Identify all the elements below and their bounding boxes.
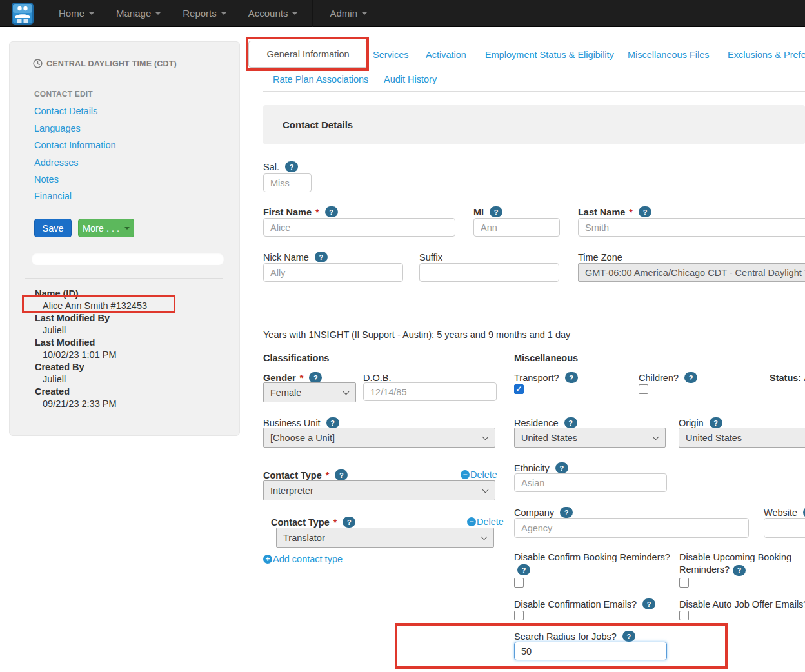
sal-input[interactable] bbox=[263, 173, 312, 192]
ethnicity-label-text: Ethnicity bbox=[514, 463, 550, 473]
help-icon[interactable]: ? bbox=[622, 631, 635, 642]
search-radius-label-text: Search Radius for Jobs? bbox=[514, 631, 617, 642]
disable-auto-job-offer-emails-checkbox[interactable] bbox=[679, 611, 689, 620]
transport-checkbox[interactable]: ✓ bbox=[514, 384, 524, 394]
nick-name-input[interactable] bbox=[263, 263, 403, 282]
dob-label-text: D.O.B. bbox=[363, 373, 392, 383]
contact-type-2-select[interactable]: Translator bbox=[276, 528, 494, 548]
disable-upcoming-booking-reminders-checkbox[interactable] bbox=[679, 578, 689, 588]
gender-select[interactable]: Female bbox=[263, 382, 356, 402]
divider bbox=[271, 509, 495, 509]
website-label-text: Website bbox=[764, 508, 797, 518]
help-icon[interactable]: ? bbox=[560, 507, 573, 518]
disable-confirm-booking-reminders-checkbox[interactable] bbox=[514, 578, 524, 588]
search-radius-input[interactable] bbox=[514, 642, 667, 660]
divider bbox=[25, 278, 223, 279]
minus-circle-icon: − bbox=[461, 470, 470, 479]
tab-exclusions-preferences[interactable]: Exclusions & Preferences bbox=[728, 50, 805, 60]
check-icon: ✓ bbox=[515, 384, 522, 393]
required-marker: * bbox=[629, 207, 633, 217]
minus-circle-icon: − bbox=[467, 517, 476, 526]
sal-label-text: Sal. bbox=[263, 162, 279, 172]
help-icon[interactable]: ? bbox=[517, 564, 530, 575]
sidebar-link-contact-details[interactable]: Contact Details bbox=[34, 106, 97, 116]
contact-type-1-delete-link[interactable]: − Delete bbox=[461, 469, 497, 480]
required-marker: * bbox=[326, 470, 330, 480]
children-checkbox[interactable] bbox=[639, 384, 648, 394]
tab-general-information[interactable]: General Information bbox=[248, 41, 368, 68]
tab-rate-plan-associations[interactable]: Rate Plan Associations bbox=[273, 74, 368, 84]
more-button[interactable]: More . . . bbox=[78, 219, 134, 237]
contact-type-2-select-value: Translator bbox=[283, 533, 325, 543]
ethnicity-input[interactable] bbox=[514, 473, 667, 492]
time-zone-label-text: Time Zone bbox=[578, 252, 622, 262]
nav-item-reports[interactable]: Reports bbox=[172, 0, 237, 27]
origin-select[interactable]: United States bbox=[679, 428, 805, 448]
last-name-input[interactable] bbox=[578, 218, 805, 237]
tab-miscellaneous-files[interactable]: Miscellaneous Files bbox=[628, 50, 710, 60]
tab-activation[interactable]: Activation bbox=[426, 50, 466, 60]
nav-item-home-label: Home bbox=[59, 8, 84, 19]
tab-employment-status-eligibility[interactable]: Employment Status & Eligibility bbox=[485, 50, 614, 60]
nav-item-home[interactable]: Home bbox=[48, 0, 105, 27]
help-icon[interactable]: ? bbox=[710, 417, 722, 428]
contact-edit-section-label: CONTACT EDIT bbox=[34, 90, 93, 99]
nav-item-accounts[interactable]: Accounts bbox=[237, 0, 309, 27]
contact-type-2-delete-link[interactable]: − Delete bbox=[467, 517, 504, 527]
help-icon[interactable]: ? bbox=[335, 469, 348, 480]
contact-details-title: Contact Details bbox=[283, 119, 353, 130]
children-label: Children? ? bbox=[639, 371, 697, 384]
add-contact-type-link[interactable]: + Add contact type bbox=[263, 554, 343, 564]
first-name-input[interactable] bbox=[263, 218, 455, 237]
sidebar-link-addresses[interactable]: Addresses bbox=[34, 157, 79, 168]
nav-item-admin-label: Admin bbox=[330, 8, 357, 19]
sal-label: Sal. ? bbox=[263, 161, 298, 173]
created-by-label: Created By bbox=[35, 362, 84, 372]
divider bbox=[25, 246, 223, 246]
help-icon[interactable]: ? bbox=[315, 252, 328, 262]
help-icon[interactable]: ? bbox=[309, 372, 322, 383]
suffix-input[interactable] bbox=[419, 263, 559, 282]
help-icon[interactable]: ? bbox=[285, 161, 298, 172]
help-icon[interactable]: ? bbox=[642, 598, 655, 609]
help-icon[interactable]: ? bbox=[490, 206, 502, 217]
gender-select-value: Female bbox=[270, 388, 301, 398]
website-input[interactable] bbox=[764, 518, 805, 538]
mi-input[interactable] bbox=[473, 218, 560, 237]
chevron-down-icon bbox=[482, 487, 489, 493]
more-button-label: More . . . bbox=[83, 223, 119, 233]
help-icon[interactable]: ? bbox=[564, 417, 577, 428]
sidebar-link-financial[interactable]: Financial bbox=[34, 191, 72, 201]
empty-progress-bar bbox=[32, 253, 224, 265]
nav-item-admin[interactable]: Admin bbox=[319, 0, 378, 27]
business-unit-select[interactable]: [Choose a Unit] bbox=[263, 428, 495, 448]
tab-services[interactable]: Services bbox=[373, 50, 409, 60]
sidebar-link-languages[interactable]: Languages bbox=[34, 123, 81, 133]
nav-item-manage[interactable]: Manage bbox=[105, 0, 172, 27]
status-label: Status: bbox=[770, 373, 801, 383]
disable-confirmation-emails-checkbox[interactable] bbox=[514, 611, 524, 620]
company-label: Company ? bbox=[514, 506, 573, 519]
app-logo-icon[interactable] bbox=[9, 2, 36, 25]
required-marker: * bbox=[300, 373, 304, 383]
tab-general-information-label: General Information bbox=[266, 49, 349, 59]
mi-label-text: MI bbox=[473, 207, 484, 217]
tab-audit-history[interactable]: Audit History bbox=[384, 74, 437, 84]
disable-confirm-booking-reminders-label: Disable Confirm Booking Reminders? bbox=[514, 551, 670, 564]
timezone-header: CENTRAL DAYLIGHT TIME (CDT) bbox=[33, 59, 177, 68]
residence-select[interactable]: United States bbox=[514, 428, 666, 448]
help-icon[interactable]: ? bbox=[733, 565, 746, 576]
help-icon[interactable]: ? bbox=[326, 417, 339, 428]
help-icon[interactable]: ? bbox=[639, 206, 651, 217]
company-input[interactable] bbox=[514, 518, 749, 538]
dob-input[interactable] bbox=[363, 382, 497, 401]
save-button[interactable]: Save bbox=[34, 219, 72, 237]
help-icon[interactable]: ? bbox=[555, 462, 568, 473]
sidebar-link-contact-information[interactable]: Contact Information bbox=[34, 140, 116, 150]
contact-type-1-select[interactable]: Interpreter bbox=[263, 480, 495, 500]
help-icon[interactable]: ? bbox=[343, 517, 355, 528]
sidebar-link-notes[interactable]: Notes bbox=[34, 174, 59, 184]
help-icon[interactable]: ? bbox=[325, 206, 338, 217]
help-icon[interactable]: ? bbox=[684, 372, 697, 383]
help-icon[interactable]: ? bbox=[565, 372, 578, 383]
